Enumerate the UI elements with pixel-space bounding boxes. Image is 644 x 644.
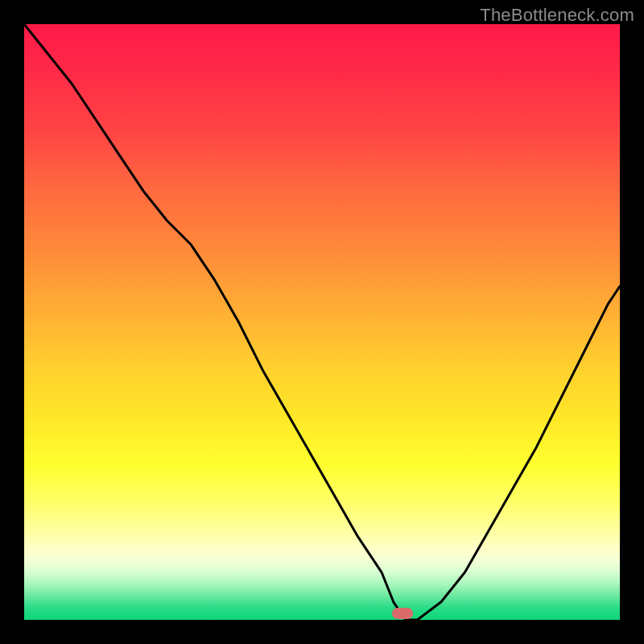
bottleneck-line-svg: [24, 24, 620, 620]
bottleneck-line-path: [24, 24, 620, 620]
plot-area: [24, 24, 620, 620]
optimal-point-marker: [392, 608, 413, 619]
watermark-text: TheBottleneck.com: [480, 5, 634, 26]
chart-frame: TheBottleneck.com: [0, 0, 644, 644]
